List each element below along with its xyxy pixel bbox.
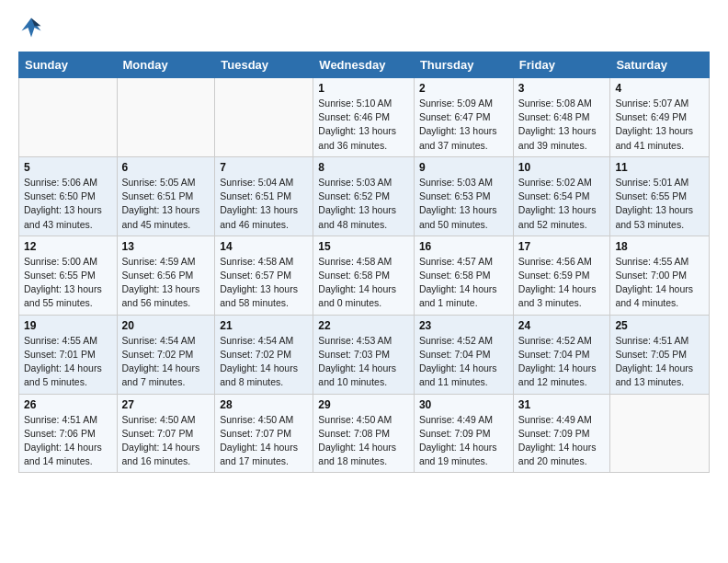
day-info: Sunrise: 5:04 AMSunset: 6:51 PMDaylight:…	[220, 176, 308, 232]
day-info: Sunrise: 4:58 AMSunset: 6:58 PMDaylight:…	[318, 255, 409, 311]
day-number: 13	[122, 240, 210, 253]
day-number: 20	[122, 319, 210, 332]
calendar-cell: 31Sunrise: 4:49 AMSunset: 7:09 PMDayligh…	[513, 394, 610, 473]
calendar-cell: 16Sunrise: 4:57 AMSunset: 6:58 PMDayligh…	[414, 236, 513, 315]
svg-marker-0	[22, 18, 41, 38]
day-info: Sunrise: 4:54 AMSunset: 7:02 PMDaylight:…	[220, 334, 308, 390]
weekday-header: Saturday	[610, 52, 710, 78]
day-info: Sunrise: 5:07 AMSunset: 6:49 PMDaylight:…	[615, 97, 704, 153]
calendar-cell: 17Sunrise: 4:56 AMSunset: 6:59 PMDayligh…	[513, 236, 610, 315]
day-info: Sunrise: 5:01 AMSunset: 6:55 PMDaylight:…	[615, 176, 704, 232]
day-info: Sunrise: 4:50 AMSunset: 7:07 PMDaylight:…	[122, 413, 210, 469]
day-number: 10	[518, 161, 606, 174]
day-info: Sunrise: 4:52 AMSunset: 7:04 PMDaylight:…	[518, 334, 606, 390]
day-number: 22	[318, 319, 409, 332]
weekday-header: Friday	[513, 52, 610, 78]
day-info: Sunrise: 5:03 AMSunset: 6:52 PMDaylight:…	[318, 176, 409, 232]
calendar-cell	[19, 78, 118, 157]
day-info: Sunrise: 4:57 AMSunset: 6:58 PMDaylight:…	[419, 255, 508, 311]
day-info: Sunrise: 4:51 AMSunset: 7:06 PMDaylight:…	[24, 413, 112, 469]
calendar-cell: 14Sunrise: 4:58 AMSunset: 6:57 PMDayligh…	[215, 236, 313, 315]
day-number: 4	[615, 82, 704, 95]
day-number: 5	[24, 161, 112, 174]
weekday-header: Tuesday	[215, 52, 313, 78]
day-number: 28	[220, 398, 308, 411]
weekday-header: Wednesday	[313, 52, 415, 78]
day-info: Sunrise: 4:55 AMSunset: 7:00 PMDaylight:…	[615, 255, 704, 311]
day-number: 27	[122, 398, 210, 411]
calendar-cell: 23Sunrise: 4:52 AMSunset: 7:04 PMDayligh…	[414, 315, 513, 394]
calendar-cell: 29Sunrise: 4:50 AMSunset: 7:08 PMDayligh…	[313, 394, 415, 473]
day-info: Sunrise: 5:00 AMSunset: 6:55 PMDaylight:…	[24, 255, 112, 311]
day-info: Sunrise: 4:49 AMSunset: 7:09 PMDaylight:…	[419, 413, 508, 469]
calendar-cell: 6Sunrise: 5:05 AMSunset: 6:51 PMDaylight…	[117, 156, 215, 236]
day-number: 11	[615, 161, 704, 174]
day-number: 14	[220, 240, 308, 253]
day-number: 29	[318, 398, 409, 411]
calendar-cell: 3Sunrise: 5:08 AMSunset: 6:48 PMDaylight…	[513, 78, 610, 157]
day-info: Sunrise: 5:08 AMSunset: 6:48 PMDaylight:…	[518, 97, 606, 153]
calendar-cell: 15Sunrise: 4:58 AMSunset: 6:58 PMDayligh…	[313, 236, 415, 315]
day-info: Sunrise: 4:56 AMSunset: 6:59 PMDaylight:…	[518, 255, 606, 311]
calendar-cell: 11Sunrise: 5:01 AMSunset: 6:55 PMDayligh…	[610, 156, 710, 236]
day-number: 26	[24, 398, 112, 411]
calendar-week-row: 12Sunrise: 5:00 AMSunset: 6:55 PMDayligh…	[19, 236, 710, 315]
calendar-cell: 18Sunrise: 4:55 AMSunset: 7:00 PMDayligh…	[610, 236, 710, 315]
day-number: 6	[122, 161, 210, 174]
day-info: Sunrise: 4:49 AMSunset: 7:09 PMDaylight:…	[518, 413, 606, 469]
day-info: Sunrise: 4:51 AMSunset: 7:05 PMDaylight:…	[615, 334, 704, 390]
page: SundayMondayTuesdayWednesdayThursdayFrid…	[0, 0, 728, 488]
day-info: Sunrise: 4:54 AMSunset: 7:02 PMDaylight:…	[122, 334, 210, 390]
day-info: Sunrise: 5:09 AMSunset: 6:47 PMDaylight:…	[419, 97, 508, 153]
day-number: 12	[24, 240, 112, 253]
day-number: 16	[419, 240, 508, 253]
calendar-cell: 26Sunrise: 4:51 AMSunset: 7:06 PMDayligh…	[19, 394, 118, 473]
weekday-header: Thursday	[414, 52, 513, 78]
day-info: Sunrise: 5:06 AMSunset: 6:50 PMDaylight:…	[24, 176, 112, 232]
calendar-cell: 30Sunrise: 4:49 AMSunset: 7:09 PMDayligh…	[414, 394, 513, 473]
day-number: 30	[419, 398, 508, 411]
calendar-cell: 27Sunrise: 4:50 AMSunset: 7:07 PMDayligh…	[117, 394, 215, 473]
day-info: Sunrise: 5:03 AMSunset: 6:53 PMDaylight:…	[419, 176, 508, 232]
day-number: 9	[419, 161, 508, 174]
calendar-cell	[215, 78, 313, 157]
day-info: Sunrise: 4:50 AMSunset: 7:07 PMDaylight:…	[220, 413, 308, 469]
day-number: 2	[419, 82, 508, 95]
day-info: Sunrise: 5:10 AMSunset: 6:46 PMDaylight:…	[318, 97, 409, 153]
day-number: 25	[615, 319, 704, 332]
calendar-table: SundayMondayTuesdayWednesdayThursdayFrid…	[18, 52, 710, 473]
calendar-week-row: 19Sunrise: 4:55 AMSunset: 7:01 PMDayligh…	[19, 315, 710, 394]
day-number: 19	[24, 319, 112, 332]
day-number: 21	[220, 319, 308, 332]
day-info: Sunrise: 4:50 AMSunset: 7:08 PMDaylight:…	[318, 413, 409, 469]
day-info: Sunrise: 4:53 AMSunset: 7:03 PMDaylight:…	[318, 334, 409, 390]
calendar-cell: 20Sunrise: 4:54 AMSunset: 7:02 PMDayligh…	[117, 315, 215, 394]
day-info: Sunrise: 5:02 AMSunset: 6:54 PMDaylight:…	[518, 176, 606, 232]
day-number: 1	[318, 82, 409, 95]
logo-bird-icon	[18, 15, 44, 40]
calendar-cell: 12Sunrise: 5:00 AMSunset: 6:55 PMDayligh…	[19, 236, 118, 315]
calendar-week-row: 1Sunrise: 5:10 AMSunset: 6:46 PMDaylight…	[19, 78, 710, 157]
day-info: Sunrise: 4:52 AMSunset: 7:04 PMDaylight:…	[419, 334, 508, 390]
day-number: 24	[518, 319, 606, 332]
day-number: 7	[220, 161, 308, 174]
calendar-cell: 5Sunrise: 5:06 AMSunset: 6:50 PMDaylight…	[19, 156, 118, 236]
calendar-week-row: 26Sunrise: 4:51 AMSunset: 7:06 PMDayligh…	[19, 394, 710, 473]
header	[18, 15, 710, 40]
logo	[18, 15, 48, 40]
calendar-cell: 4Sunrise: 5:07 AMSunset: 6:49 PMDaylight…	[610, 78, 710, 157]
calendar-cell: 10Sunrise: 5:02 AMSunset: 6:54 PMDayligh…	[513, 156, 610, 236]
weekday-header-row: SundayMondayTuesdayWednesdayThursdayFrid…	[19, 52, 710, 78]
weekday-header: Monday	[117, 52, 215, 78]
calendar-cell	[117, 78, 215, 157]
day-number: 18	[615, 240, 704, 253]
day-number: 15	[318, 240, 409, 253]
calendar-cell: 25Sunrise: 4:51 AMSunset: 7:05 PMDayligh…	[610, 315, 710, 394]
calendar-week-row: 5Sunrise: 5:06 AMSunset: 6:50 PMDaylight…	[19, 156, 710, 236]
calendar-cell: 9Sunrise: 5:03 AMSunset: 6:53 PMDaylight…	[414, 156, 513, 236]
calendar-cell: 2Sunrise: 5:09 AMSunset: 6:47 PMDaylight…	[414, 78, 513, 157]
calendar-cell: 22Sunrise: 4:53 AMSunset: 7:03 PMDayligh…	[313, 315, 415, 394]
weekday-header: Sunday	[19, 52, 118, 78]
calendar-cell: 21Sunrise: 4:54 AMSunset: 7:02 PMDayligh…	[215, 315, 313, 394]
day-info: Sunrise: 4:58 AMSunset: 6:57 PMDaylight:…	[220, 255, 308, 311]
